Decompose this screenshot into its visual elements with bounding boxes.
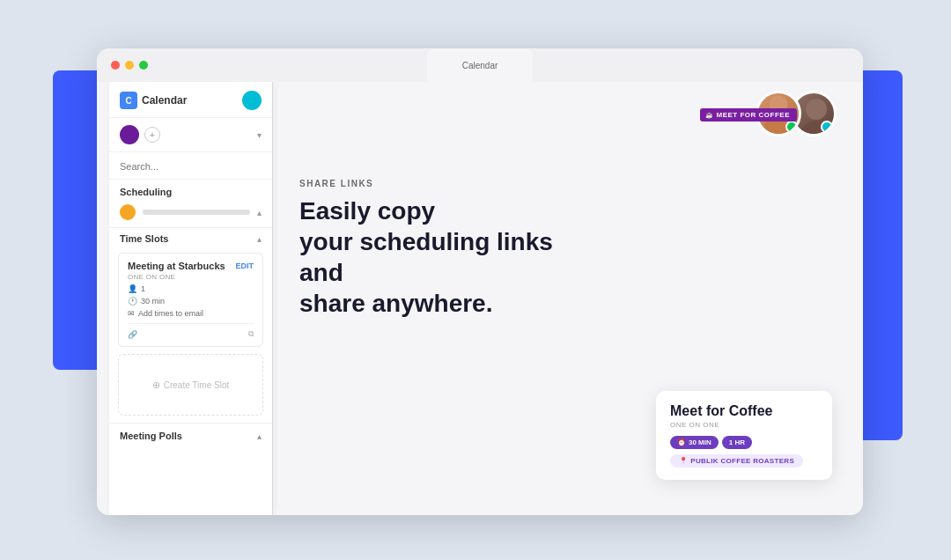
slot-title-row: Meeting at Starbucks EDIT	[128, 261, 254, 271]
card-content: C Calendar + ▾	[97, 82, 863, 515]
cal-search	[109, 152, 272, 180]
time-slots-chevron-icon: ▴	[257, 234, 262, 244]
email-icon: ✉	[128, 309, 135, 318]
link-icon: 🔗	[128, 330, 137, 339]
calendar-panel: C Calendar + ▾	[109, 82, 272, 515]
time-chip-30-label: 30 MIN	[689, 438, 711, 446]
location-label: PUBLIK COFFEE ROASTERS	[690, 457, 794, 465]
heading-line-1: Easily copy	[299, 195, 832, 226]
create-slot-label: Create Time Slot	[164, 380, 229, 390]
heading-line-2: your scheduling links	[299, 226, 832, 257]
time-chip-1hr[interactable]: 1 HR	[722, 436, 752, 449]
cal-avatar-row: + ▾	[109, 118, 272, 152]
slot-link-row: 🔗 ⧉	[128, 323, 254, 339]
main-heading: Easily copy your scheduling links and sh…	[299, 195, 832, 319]
scheduling-dot	[120, 204, 136, 220]
meet-coffee-tag: MEET FOR COFFEE	[700, 108, 797, 122]
clock-icon: 🕐	[128, 297, 137, 306]
meeting-polls-header: Meeting Polls ▴	[109, 423, 272, 448]
heading-line-3: and	[299, 257, 832, 288]
time-chip-1hr-label: 1 HR	[729, 438, 745, 446]
dot-green	[139, 61, 148, 70]
time-slots-header: Time Slots ▴	[109, 227, 272, 249]
slot-title: Meeting at Starbucks	[128, 261, 225, 271]
slot-meta-guests: 👤 1	[128, 284, 254, 293]
scheduling-bar	[143, 210, 250, 215]
cal-avatar	[120, 125, 139, 144]
left-panel: C Calendar + ▾	[97, 82, 273, 515]
slot-add-times: Add times to email	[138, 309, 203, 318]
slot-guests: 1	[141, 284, 145, 293]
location-chip: 📍 PUBLIK COFFEE ROASTERS	[670, 454, 803, 468]
cal-logo-area: C Calendar	[120, 92, 187, 109]
search-input[interactable]	[120, 161, 262, 172]
coffee-card-subtitle: ONE ON ONE	[670, 421, 818, 429]
slot-duration: 30 min	[141, 297, 165, 306]
coffee-card: Meet for Coffee ONE ON ONE ⏰ 30 MIN 1 HR…	[656, 391, 832, 480]
slot-tag: ONE ON ONE	[128, 273, 254, 281]
slot-meta-email: ✉ Add times to email	[128, 309, 254, 318]
time-slots-label: Time Slots	[120, 233, 168, 244]
calendar-logo-icon: C	[120, 92, 137, 109]
cal-add-button[interactable]: +	[144, 127, 160, 143]
location-pin-icon: 📍	[679, 457, 688, 465]
create-plus-icon: ⊕	[152, 379, 160, 391]
share-links-label: SHARE LINKS	[299, 179, 832, 188]
meeting-polls-label: Meeting Polls	[120, 431, 182, 441]
dot-red	[111, 61, 120, 70]
heading-line-4: share anywhere.	[299, 288, 832, 319]
meet-coffee-tag-text: MEET FOR COFFEE	[717, 111, 791, 119]
coffee-card-title: Meet for Coffee	[670, 403, 818, 419]
slot-card: Meeting at Starbucks EDIT ONE ON ONE 👤 1…	[118, 253, 263, 347]
tab-label: Calendar	[462, 61, 498, 70]
right-content: MEET FOR COFFEE SHARE LINKS Easily copy …	[273, 82, 863, 515]
person-icon: 👤	[128, 284, 137, 293]
main-card: Calendar C Calendar	[97, 48, 863, 515]
create-time-slot-button[interactable]: ⊕ Create Time Slot	[118, 354, 263, 416]
slot-edit-button[interactable]: EDIT	[235, 262, 254, 270]
meeting-polls-chevron-icon: ▴	[257, 431, 262, 441]
time-chip-clock-icon: ⏰	[677, 438, 686, 446]
scheduling-label: Scheduling	[109, 180, 272, 201]
svg-point-2	[806, 99, 827, 120]
avatar-2-badge	[821, 121, 833, 133]
browser-chrome: Calendar	[97, 48, 863, 82]
slot-meta-duration: 🕐 30 min	[128, 297, 254, 306]
cal-teal-dot	[242, 91, 262, 110]
avatar-1-badge	[785, 121, 798, 133]
browser-dots	[111, 61, 148, 70]
copy-icon: ⧉	[248, 329, 254, 339]
scheduling-chevron-icon: ▴	[257, 208, 262, 217]
dot-yellow	[125, 61, 134, 70]
coffee-card-times: ⏰ 30 MIN 1 HR	[670, 436, 818, 449]
cal-logo-text: Calendar	[142, 94, 187, 107]
scheduling-row: ▴	[109, 201, 272, 227]
time-chip-30min[interactable]: ⏰ 30 MIN	[670, 436, 719, 449]
cal-chevron-icon: ▾	[257, 130, 262, 140]
browser-tab[interactable]: Calendar	[427, 48, 533, 82]
cal-header: C Calendar	[109, 82, 272, 118]
